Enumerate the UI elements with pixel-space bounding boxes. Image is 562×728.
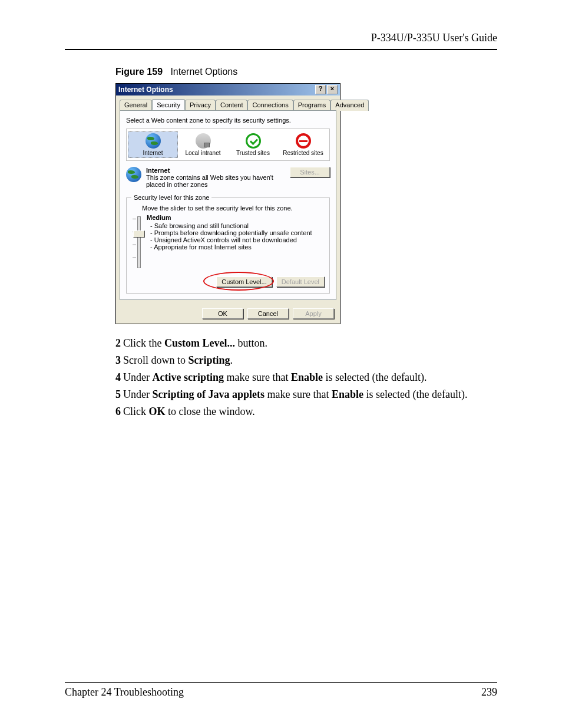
step-number: 3 (115, 354, 121, 366)
tab-security[interactable]: Security (152, 99, 185, 110)
close-icon[interactable]: × (327, 85, 338, 94)
step-item: 4Under Active scripting make sure that E… (115, 371, 497, 384)
dialog-title: Internet Options (118, 85, 173, 94)
tab-advanced[interactable]: Advanced (330, 100, 369, 111)
zone-instruction: Select a Web content zone to specify its… (126, 117, 330, 124)
zone-label: Trusted sites (230, 150, 276, 156)
step-item: 2Click the Custom Level... button. (115, 337, 497, 350)
zone-label: Restricted sites (280, 150, 326, 156)
figure-title: Internet Options (170, 67, 237, 77)
dialog-footer: OK Cancel Apply (116, 304, 340, 324)
computer-icon (196, 133, 211, 149)
figure-label: Figure 159 (115, 67, 163, 77)
globe-icon (126, 167, 141, 182)
globe-icon (146, 133, 161, 149)
step-bold: Scripting (189, 354, 230, 366)
tab-connections[interactable]: Connections (247, 100, 293, 111)
step-number: 6 (115, 406, 121, 417)
security-slider[interactable] (131, 214, 147, 271)
security-level-name: Medium (147, 214, 325, 221)
bullet: Unsigned ActiveX controls will not be do… (150, 236, 325, 243)
selected-zone-name: Internet (146, 167, 290, 174)
tab-content[interactable]: Content (216, 100, 248, 111)
step-number: 5 (115, 388, 121, 400)
footer-page-number: 239 (481, 686, 497, 699)
step-bold: Scripting of Java applets (152, 388, 265, 400)
selected-zone-description: Internet This zone contains all Web site… (146, 167, 290, 188)
bullet: Safe browsing and still functional (150, 222, 325, 229)
security-level-group: Security level for this zone Move the sl… (126, 194, 330, 294)
tab-strip: General Security Privacy Content Connect… (116, 95, 340, 110)
step-bold: Active scripting (152, 371, 223, 383)
security-level-legend: Security level for this zone (131, 194, 211, 201)
step-bold: Enable (332, 388, 363, 400)
footer-chapter: Chapter 24 Troubleshooting (65, 686, 184, 699)
default-level-button[interactable]: Default Level (276, 276, 325, 287)
step-number: 2 (115, 337, 121, 349)
step-bold: Enable (291, 371, 323, 383)
zone-local-intranet[interactable]: Local intranet (178, 131, 228, 158)
slider-thumb-icon (133, 230, 145, 238)
tab-programs[interactable]: Programs (293, 100, 331, 111)
running-header: P-334U/P-335U User's Guide (65, 32, 497, 44)
step-bold: OK (149, 406, 166, 417)
step-item: 6Click OK to close the window. (115, 406, 497, 418)
apply-button[interactable]: Apply (293, 308, 334, 319)
footer-rule (65, 682, 497, 683)
custom-level-button[interactable]: Custom Level... (216, 276, 272, 287)
ok-button[interactable]: OK (202, 308, 243, 319)
dialog-titlebar: Internet Options ? × (116, 84, 340, 95)
security-level-bullets: Safe browsing and still functional Promp… (147, 222, 325, 251)
sites-button[interactable]: Sites... (290, 167, 330, 177)
header-rule (65, 49, 497, 50)
zone-restricted-sites[interactable]: Restricted sites (278, 131, 328, 158)
zone-list: Internet Local intranet Trusted sites Re… (126, 129, 330, 161)
step-bold: Custom Level... (164, 337, 235, 349)
zone-trusted-sites[interactable]: Trusted sites (228, 131, 278, 158)
steps-list: 2Click the Custom Level... button.3Scrol… (115, 337, 497, 418)
internet-options-dialog: Internet Options ? × General Security Pr… (115, 83, 340, 324)
no-entry-icon (296, 133, 311, 149)
tab-panel-security: Select a Web content zone to specify its… (120, 110, 336, 300)
tab-privacy[interactable]: Privacy (185, 100, 216, 111)
cancel-button[interactable]: Cancel (247, 308, 289, 319)
security-move-hint: Move the slider to set the security leve… (142, 205, 325, 212)
bullet: Prompts before downloading potentially u… (150, 229, 325, 236)
bullet: Appropriate for most Internet sites (150, 243, 325, 251)
step-item: 5Under Scripting of Java applets make su… (115, 388, 497, 401)
step-item: 3Scroll down to Scripting. (115, 354, 497, 367)
figure-caption: Figure 159 Internet Options (115, 67, 497, 77)
tab-general[interactable]: General (120, 100, 152, 111)
zone-label: Internet (130, 150, 176, 156)
step-number: 4 (115, 371, 121, 383)
help-icon[interactable]: ? (315, 85, 326, 94)
checkmark-icon (246, 133, 261, 149)
zone-label: Local intranet (180, 150, 226, 156)
selected-zone-text: This zone contains all Web sites you hav… (146, 174, 290, 188)
zone-internet[interactable]: Internet (128, 131, 178, 158)
